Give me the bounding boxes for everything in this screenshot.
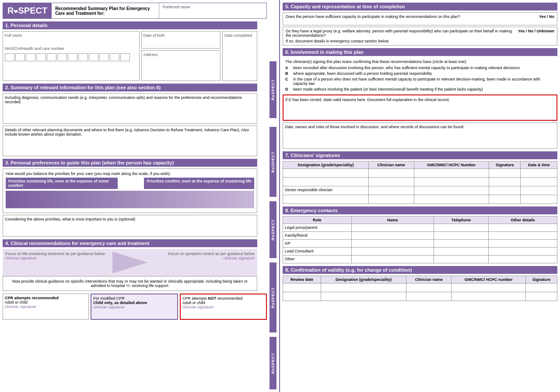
validity-table: Review date Designation (grade/specialit… bbox=[283, 276, 557, 301]
respect-strip-1: ReSPECT bbox=[270, 61, 276, 118]
clinical-rec-bars: Focus on life-sustaining treatment as pe… bbox=[3, 249, 257, 276]
section-2-text1[interactable]: Including diagnosis, communication needs… bbox=[3, 93, 257, 124]
respect-label-2: ReSPECT bbox=[271, 151, 275, 173]
cpr-box-3[interactable]: CPR attempts NOT recommended Adult or ch… bbox=[180, 294, 267, 320]
respect-label-1: ReSPECT bbox=[271, 79, 275, 101]
triangle bbox=[112, 252, 147, 273]
s9-row-2[interactable] bbox=[283, 292, 557, 301]
capacity-q1: Does the person have sufficient capacity… bbox=[283, 12, 557, 25]
capacity-q2-sub: If so, document details in emergency con… bbox=[286, 39, 388, 43]
scale-bar[interactable] bbox=[6, 191, 254, 208]
personal-details-row: Full name NHS/CHI/Health and care number bbox=[3, 31, 257, 81]
nhs-cell-12[interactable] bbox=[120, 53, 130, 61]
nhs-cell-8[interactable] bbox=[78, 53, 88, 61]
section-2: 2. Summary of relevant information for t… bbox=[3, 84, 267, 156]
nhs-cell-6[interactable] bbox=[57, 53, 67, 61]
logo: R❤SPECT bbox=[3, 3, 52, 18]
role-other: Other bbox=[283, 256, 352, 263]
cpr-box-2[interactable]: For modified CPR Child only, as detailed… bbox=[91, 294, 178, 320]
bar-right: Focus on symptom control as per guidance… bbox=[147, 252, 255, 273]
involvement-list: The clinician(s) signing this plan is/ar… bbox=[283, 58, 557, 94]
section-2-text2[interactable]: Details of other relevant planning docum… bbox=[3, 126, 257, 156]
full-name-field[interactable]: Full name NHS/CHI/Health and care number bbox=[3, 31, 140, 81]
right-panel: 5. Capacity and representation at time o… bbox=[280, 0, 560, 392]
s7-col-3: GMC/NMC/ HCPC Number bbox=[414, 161, 489, 169]
respect-label-4: ReSPECT bbox=[271, 287, 275, 308]
dob-field[interactable]: Date of birth bbox=[141, 31, 221, 49]
s7-col-4: Signature bbox=[489, 161, 521, 169]
s9-col-1: Review date bbox=[283, 276, 321, 284]
nhs-cell-3[interactable] bbox=[26, 53, 35, 61]
s8-col-3: Telephone bbox=[434, 217, 488, 224]
nhs-cell-1[interactable] bbox=[5, 53, 14, 61]
nhs-cell-7[interactable] bbox=[68, 53, 77, 61]
cpr1-sig: clinician signature bbox=[5, 304, 87, 309]
s9-col-3: Clinician name bbox=[406, 276, 452, 284]
section-3-title: 3. Personal preferences to guide this pl… bbox=[3, 159, 257, 167]
scale-bar-container: How would you balance the priorities for… bbox=[3, 168, 257, 213]
involvement-item-a: A been recorded after discussion involvi… bbox=[285, 66, 555, 70]
nhs-cell-11[interactable] bbox=[110, 53, 119, 61]
s7-row-4[interactable] bbox=[283, 195, 557, 204]
cpr-box-1[interactable]: CPR attempts recommended Adult or child … bbox=[3, 294, 89, 320]
section-9-title: 9. Confirmation of validity (e.g. for ch… bbox=[283, 266, 557, 274]
involvement-item-c: C in the case of a person who does not h… bbox=[285, 77, 555, 86]
address-field[interactable]: Address bbox=[141, 50, 221, 81]
nhs-cell-2[interactable] bbox=[15, 53, 25, 61]
guidance-text: Now provide clinical guidance on specifi… bbox=[3, 276, 257, 291]
s7-col-2: Clinician name bbox=[368, 161, 414, 169]
scale-label-right: Prioritise comfort, even at the expense … bbox=[144, 178, 254, 189]
scale-label-left: Prioritise sustaining life, even at the … bbox=[6, 178, 118, 189]
cpr-row: CPR attempts recommended Adult or child … bbox=[3, 294, 267, 320]
header-title: Recommended Summary Plan for Emergency C… bbox=[52, 3, 159, 18]
s8-row-legal-proxy[interactable]: Legal proxy/parent bbox=[283, 224, 557, 232]
header: R❤SPECT Recommended Summary Plan for Eme… bbox=[3, 3, 267, 19]
section-1-title: 1. Personal details bbox=[3, 21, 257, 29]
s8-col-2: Name bbox=[351, 217, 434, 224]
s7-row-3[interactable]: Senior responsible clinician bbox=[283, 186, 557, 195]
respect-label-5: ReSPECT bbox=[271, 353, 275, 374]
capacity-q2-ans: Yes / No / Unknown bbox=[518, 29, 554, 33]
section-5: 5. Capacity and representation at time o… bbox=[283, 3, 557, 46]
section-3: 3. Personal preferences to guide this pl… bbox=[3, 159, 267, 237]
section-8-title: 8. Emergency contacts bbox=[283, 206, 557, 214]
cpr2-sub: Child only, as detailed above bbox=[93, 301, 175, 305]
respect-strip-5: ReSPECT bbox=[270, 337, 276, 389]
date-completed-field[interactable]: Date completed bbox=[222, 31, 257, 81]
s8-row-lead-consultant[interactable]: Lead Consultant bbox=[283, 248, 557, 256]
role-lead-consultant: Lead Consultant bbox=[283, 248, 352, 256]
role-family: Family/friend bbox=[283, 232, 352, 240]
nhs-cell-10[interactable] bbox=[99, 53, 109, 61]
cpr1-label: CPR attempts recommended bbox=[5, 296, 87, 300]
optional-text-box[interactable]: Considering the above priorities, what i… bbox=[3, 215, 257, 237]
section-4: 4. Clinical recommendations for emergenc… bbox=[3, 239, 267, 291]
section-2-title: 2. Summary of relevant information for t… bbox=[3, 84, 257, 91]
section-5-title: 5. Capacity and representation at time o… bbox=[283, 3, 557, 10]
s7-row-2[interactable] bbox=[283, 178, 557, 186]
triangle-shape bbox=[112, 252, 147, 273]
s8-col-1: Role bbox=[283, 217, 352, 224]
respect-label-3: ReSPECT bbox=[271, 219, 275, 241]
preferred-name-field[interactable]: Preferred name bbox=[159, 3, 266, 18]
s7-col-5: Date & time bbox=[521, 161, 557, 169]
s9-row-1[interactable] bbox=[283, 284, 557, 292]
section-7-title: 7. Clinicians' signatures bbox=[283, 151, 557, 159]
nhs-cell-9[interactable] bbox=[89, 53, 98, 61]
logo-text: R❤SPECT bbox=[7, 6, 47, 16]
involvement-item-d: D been made without involving the patien… bbox=[285, 87, 555, 91]
s8-row-other[interactable]: Other bbox=[283, 256, 557, 263]
senior-clinician-label: Senior responsible clinician bbox=[283, 186, 369, 195]
discussion-box[interactable]: Date, names and roles of those involved … bbox=[283, 122, 557, 149]
s7-row-1[interactable] bbox=[283, 169, 557, 178]
s8-row-family[interactable]: Family/friend bbox=[283, 232, 557, 240]
s8-row-gp[interactable]: GP bbox=[283, 240, 557, 248]
d-reason-box[interactable]: If D has been circled, state valid reaso… bbox=[283, 94, 557, 121]
nhs-cell-4[interactable] bbox=[36, 53, 46, 61]
nhs-cell-5[interactable] bbox=[47, 53, 56, 61]
respect-strip-2: ReSPECT bbox=[270, 127, 276, 197]
scale-labels: Prioritise sustaining life, even at the … bbox=[6, 178, 254, 189]
s9-col-5: Signature bbox=[526, 276, 557, 284]
section-8: 8. Emergency contacts Role Name Telephon… bbox=[283, 206, 557, 263]
capacity-q1-ans: Yes / No bbox=[539, 14, 554, 19]
nhs-cells bbox=[5, 53, 137, 61]
